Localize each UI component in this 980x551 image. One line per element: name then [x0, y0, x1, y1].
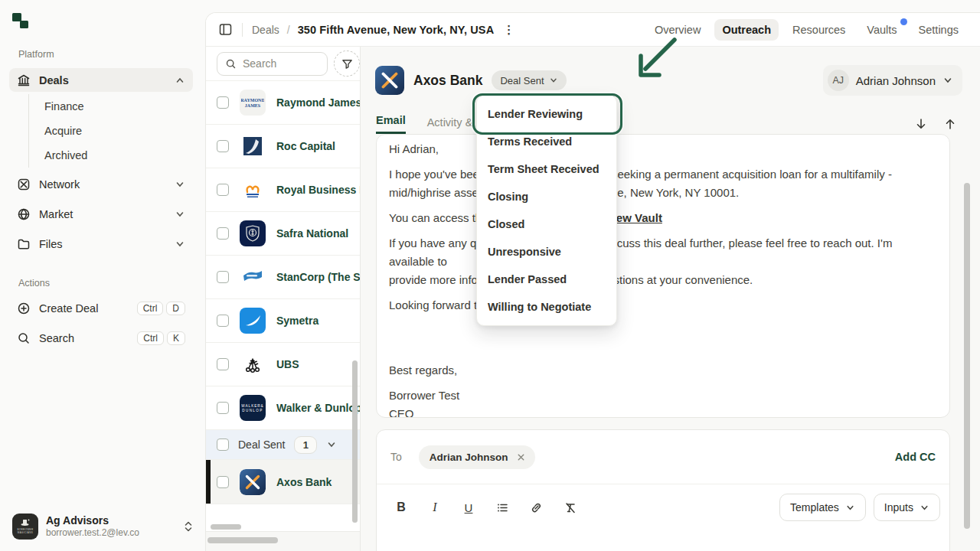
- add-cc-button[interactable]: Add CC: [895, 451, 936, 463]
- bullet-list-button[interactable]: [488, 494, 516, 520]
- arrow-down-icon[interactable]: [914, 117, 928, 131]
- search-shortcut: Ctrl K: [137, 331, 185, 345]
- lender-row[interactable]: Safra National: [206, 211, 360, 255]
- workspace-switcher[interactable]: BORROWER MAGICIANS Ag Advisors borrower.…: [8, 507, 198, 546]
- row-checkbox[interactable]: [217, 439, 229, 451]
- lender-row[interactable]: Roc Capital: [206, 124, 360, 168]
- row-checkbox[interactable]: [217, 140, 229, 152]
- panel-horizontal-scrollbar[interactable]: [207, 537, 278, 543]
- menu-item-willing-to-negotiate[interactable]: Willing to Negotiate: [477, 293, 616, 321]
- kbd-k: K: [167, 331, 185, 345]
- tab-email[interactable]: Email: [376, 114, 406, 134]
- lender-row[interactable]: RAYMONDJAMES Raymond James: [206, 80, 360, 124]
- lender-row[interactable]: WALKER&DUNLOP Walker & Dunlop: [206, 386, 360, 429]
- selected-indicator: [206, 460, 211, 504]
- tab-settings[interactable]: Settings: [911, 19, 966, 41]
- lender-search-box[interactable]: [217, 52, 328, 76]
- menu-item-term-sheet-received[interactable]: Term Sheet Received: [477, 155, 616, 183]
- create-deal-shortcut: Ctrl D: [137, 302, 185, 315]
- sidebar-item-files[interactable]: Files: [9, 230, 193, 258]
- templates-button[interactable]: Templates: [779, 494, 866, 521]
- sidebar-item-finance[interactable]: Finance: [29, 94, 193, 119]
- email-body-line: If you have any questions or would like …: [389, 234, 937, 271]
- email-signoff: Best regards,: [389, 361, 937, 380]
- row-checkbox[interactable]: [217, 184, 229, 196]
- lender-row[interactable]: UBS: [206, 342, 360, 386]
- list-end-divider: [206, 504, 360, 504]
- tab-outreach[interactable]: Outreach: [714, 19, 779, 41]
- menu-item-terms-received[interactable]: Terms Received: [477, 128, 616, 155]
- create-deal-button[interactable]: Create Deal Ctrl D: [9, 295, 193, 322]
- recipient-chip[interactable]: Adrian Johnson: [419, 445, 535, 469]
- workspace-name: Ag Advisors: [46, 514, 139, 527]
- tab-label: Vaults: [867, 24, 897, 36]
- menu-item-closed[interactable]: Closed: [477, 210, 616, 238]
- row-checkbox[interactable]: [217, 315, 229, 327]
- menu-item-closing[interactable]: Closing: [477, 183, 616, 210]
- list-vertical-scrollbar[interactable]: [352, 360, 358, 523]
- chevron-down-icon[interactable]: [326, 439, 337, 450]
- chevron-down-icon: [175, 209, 185, 220]
- menu-item-unresponsive[interactable]: Unresponsive: [477, 238, 616, 266]
- deals-icon: [17, 73, 31, 87]
- tab-overview[interactable]: Overview: [647, 19, 708, 41]
- sidebar-search-button[interactable]: Search Ctrl K: [9, 324, 193, 352]
- link-button[interactable]: [522, 494, 550, 520]
- kbd-ctrl: Ctrl: [137, 331, 164, 345]
- assignee-selector[interactable]: AJ Adrian Johnson: [823, 65, 962, 96]
- filter-button[interactable]: [334, 51, 360, 77]
- lender-name: Axos Bank: [276, 476, 360, 488]
- chevron-down-icon: [942, 75, 953, 86]
- tab-vaults[interactable]: Vaults: [859, 19, 904, 41]
- tab-resources[interactable]: Resources: [785, 19, 853, 41]
- row-checkbox[interactable]: [217, 271, 229, 283]
- email-sender-name: Borrower Test: [389, 386, 937, 405]
- email-body-line: mid/highrise asset located at 350 Fifth …: [389, 184, 937, 202]
- remove-recipient-icon[interactable]: [516, 452, 526, 462]
- menu-item-lender-reviewing[interactable]: Lender Reviewing: [477, 100, 616, 128]
- breadcrumb-section[interactable]: Deals: [252, 24, 279, 36]
- row-checkbox[interactable]: [217, 402, 229, 414]
- bold-button[interactable]: B: [387, 494, 415, 520]
- row-checkbox[interactable]: [217, 476, 229, 488]
- tab-label: Overview: [655, 24, 701, 36]
- main-vertical-scrollbar[interactable]: [964, 183, 970, 529]
- lender-row[interactable]: StanCorp (The Standard): [206, 255, 360, 298]
- underline-button[interactable]: U: [455, 494, 482, 520]
- sidebar-item-archived[interactable]: Archived: [29, 143, 193, 168]
- row-checkbox[interactable]: [217, 96, 229, 109]
- assignee-name: Adrian Johnson: [856, 74, 936, 87]
- sidebar-item-market[interactable]: Market: [9, 201, 193, 228]
- workspace-info: Ag Advisors borrower.test.2@lev.co: [46, 514, 139, 539]
- list-horizontal-scrollbar[interactable]: [211, 524, 241, 530]
- group-label: Deal Sent: [238, 439, 285, 451]
- sidebar-toggle-button[interactable]: [218, 22, 233, 37]
- ubs-logo: [240, 351, 266, 377]
- lender-row-selected[interactable]: Axos Bank: [206, 459, 360, 504]
- lender-search-input[interactable]: [243, 57, 319, 70]
- status-dropdown-trigger[interactable]: Deal Sent: [492, 70, 566, 90]
- lender-row[interactable]: Royal Business Bank: [206, 168, 360, 211]
- lender-row[interactable]: Symetra: [206, 298, 360, 342]
- safra-national-logo: [240, 220, 266, 246]
- create-deal-label: Create Deal: [39, 302, 98, 315]
- recipient-name: Adrian Johnson: [430, 452, 508, 463]
- arrow-up-icon[interactable]: [943, 117, 957, 131]
- sidebar-item-deals[interactable]: Deals: [9, 68, 193, 92]
- tab-label: Outreach: [722, 24, 771, 36]
- deal-sent-group-row[interactable]: Deal Sent 1: [206, 429, 360, 459]
- menu-item-lender-passed[interactable]: Lender Passed: [477, 266, 616, 293]
- clear-formatting-button[interactable]: [556, 494, 583, 520]
- deals-subnav: Finance Acquire Archived: [28, 94, 193, 168]
- subnav-label: Finance: [44, 100, 84, 112]
- sidebar-item-acquire[interactable]: Acquire: [29, 119, 193, 143]
- brand-logo-icon: [11, 11, 31, 31]
- italic-button[interactable]: I: [421, 494, 449, 520]
- row-checkbox[interactable]: [217, 227, 229, 240]
- more-options-icon[interactable]: ⋮: [503, 26, 514, 34]
- sidebar-item-network[interactable]: Network: [9, 171, 193, 198]
- row-checkbox[interactable]: [217, 358, 229, 370]
- lender-list-panel: RAYMONDJAMES Raymond James Roc Capital: [206, 47, 361, 551]
- inputs-button[interactable]: Inputs: [874, 494, 940, 521]
- tab-label: Resources: [792, 24, 845, 36]
